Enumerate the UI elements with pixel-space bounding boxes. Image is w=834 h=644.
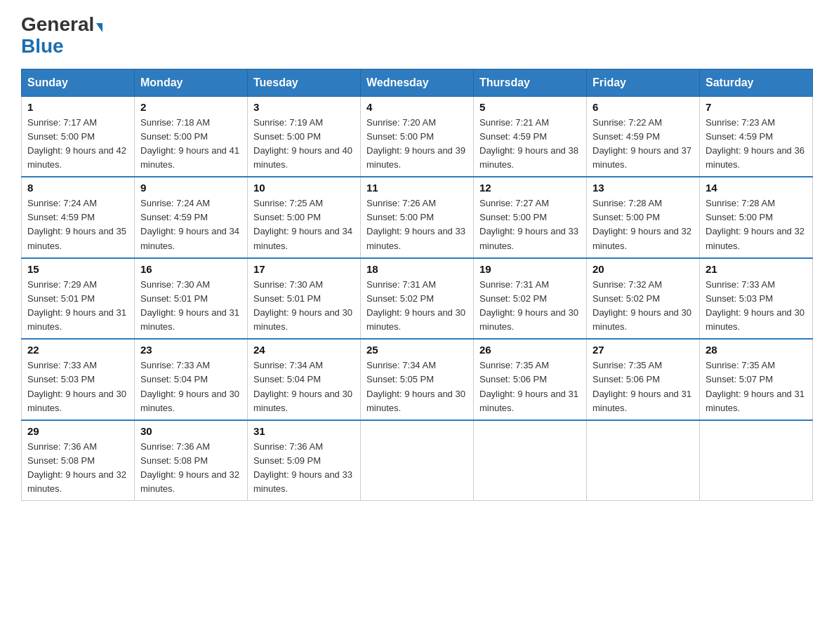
day-info: Sunrise: 7:30 AMSunset: 5:01 PMDaylight:… bbox=[253, 278, 355, 335]
day-cell-4: 4 Sunrise: 7:20 AMSunset: 5:00 PMDayligh… bbox=[361, 96, 474, 177]
logo-triangle-icon bbox=[96, 23, 102, 32]
day-number: 30 bbox=[140, 425, 241, 437]
day-number: 12 bbox=[479, 182, 581, 194]
day-number: 7 bbox=[706, 101, 807, 113]
day-info: Sunrise: 7:34 AMSunset: 5:04 PMDaylight:… bbox=[253, 358, 355, 415]
day-number: 1 bbox=[27, 101, 128, 113]
day-number: 16 bbox=[140, 263, 241, 275]
weekday-header-sunday: Sunday bbox=[22, 69, 135, 96]
day-info: Sunrise: 7:30 AMSunset: 5:01 PMDaylight:… bbox=[140, 278, 241, 335]
empty-cell bbox=[700, 420, 813, 501]
day-cell-2: 2 Sunrise: 7:18 AMSunset: 5:00 PMDayligh… bbox=[135, 96, 248, 177]
day-cell-16: 16 Sunrise: 7:30 AMSunset: 5:01 PMDaylig… bbox=[135, 258, 248, 340]
empty-cell bbox=[474, 420, 587, 501]
day-info: Sunrise: 7:31 AMSunset: 5:02 PMDaylight:… bbox=[479, 278, 581, 335]
day-info: Sunrise: 7:28 AMSunset: 5:00 PMDaylight:… bbox=[593, 196, 694, 253]
day-number: 19 bbox=[479, 263, 581, 275]
day-info: Sunrise: 7:33 AMSunset: 5:03 PMDaylight:… bbox=[27, 358, 128, 415]
day-info: Sunrise: 7:36 AMSunset: 5:08 PMDaylight:… bbox=[27, 440, 128, 497]
day-info: Sunrise: 7:28 AMSunset: 5:00 PMDaylight:… bbox=[706, 196, 807, 253]
day-cell-24: 24 Sunrise: 7:34 AMSunset: 5:04 PMDaylig… bbox=[248, 339, 361, 420]
day-info: Sunrise: 7:18 AMSunset: 5:00 PMDaylight:… bbox=[140, 116, 241, 173]
logo-blue-text: Blue bbox=[21, 36, 102, 58]
day-cell-1: 1 Sunrise: 7:17 AMSunset: 5:00 PMDayligh… bbox=[22, 96, 135, 177]
day-cell-6: 6 Sunrise: 7:22 AMSunset: 4:59 PMDayligh… bbox=[587, 96, 700, 177]
day-cell-8: 8 Sunrise: 7:24 AMSunset: 4:59 PMDayligh… bbox=[22, 177, 135, 258]
day-number: 2 bbox=[140, 101, 241, 113]
day-cell-3: 3 Sunrise: 7:19 AMSunset: 5:00 PMDayligh… bbox=[248, 96, 361, 177]
day-cell-19: 19 Sunrise: 7:31 AMSunset: 5:02 PMDaylig… bbox=[474, 258, 587, 340]
day-info: Sunrise: 7:34 AMSunset: 5:05 PMDaylight:… bbox=[366, 358, 468, 415]
calendar-week-5: 29 Sunrise: 7:36 AMSunset: 5:08 PMDaylig… bbox=[22, 420, 813, 501]
calendar-week-3: 15 Sunrise: 7:29 AMSunset: 5:01 PMDaylig… bbox=[22, 258, 813, 340]
day-number: 21 bbox=[706, 263, 807, 275]
day-cell-5: 5 Sunrise: 7:21 AMSunset: 4:59 PMDayligh… bbox=[474, 96, 587, 177]
day-info: Sunrise: 7:19 AMSunset: 5:00 PMDaylight:… bbox=[253, 116, 355, 173]
day-number: 20 bbox=[593, 263, 694, 275]
day-info: Sunrise: 7:22 AMSunset: 4:59 PMDaylight:… bbox=[593, 116, 694, 173]
day-cell-28: 28 Sunrise: 7:35 AMSunset: 5:07 PMDaylig… bbox=[700, 339, 813, 420]
day-cell-7: 7 Sunrise: 7:23 AMSunset: 4:59 PMDayligh… bbox=[700, 96, 813, 177]
weekday-header-tuesday: Tuesday bbox=[248, 69, 361, 96]
day-info: Sunrise: 7:36 AMSunset: 5:08 PMDaylight:… bbox=[140, 440, 241, 497]
day-cell-23: 23 Sunrise: 7:33 AMSunset: 5:04 PMDaylig… bbox=[135, 339, 248, 420]
day-number: 4 bbox=[366, 101, 468, 113]
weekday-header-monday: Monday bbox=[135, 69, 248, 96]
day-info: Sunrise: 7:27 AMSunset: 5:00 PMDaylight:… bbox=[479, 196, 581, 253]
logo: General Blue bbox=[21, 14, 102, 58]
page-header: General Blue bbox=[21, 14, 813, 58]
calendar-week-4: 22 Sunrise: 7:33 AMSunset: 5:03 PMDaylig… bbox=[22, 339, 813, 420]
day-cell-14: 14 Sunrise: 7:28 AMSunset: 5:00 PMDaylig… bbox=[700, 177, 813, 258]
day-info: Sunrise: 7:25 AMSunset: 5:00 PMDaylight:… bbox=[253, 196, 355, 253]
day-number: 6 bbox=[593, 101, 694, 113]
weekday-header-row: SundayMondayTuesdayWednesdayThursdayFrid… bbox=[22, 69, 813, 96]
day-info: Sunrise: 7:32 AMSunset: 5:02 PMDaylight:… bbox=[593, 278, 694, 335]
day-number: 31 bbox=[253, 425, 355, 437]
day-cell-11: 11 Sunrise: 7:26 AMSunset: 5:00 PMDaylig… bbox=[361, 177, 474, 258]
day-number: 24 bbox=[253, 344, 355, 356]
day-cell-15: 15 Sunrise: 7:29 AMSunset: 5:01 PMDaylig… bbox=[22, 258, 135, 340]
empty-cell bbox=[361, 420, 474, 501]
day-info: Sunrise: 7:35 AMSunset: 5:06 PMDaylight:… bbox=[479, 358, 581, 415]
day-cell-25: 25 Sunrise: 7:34 AMSunset: 5:05 PMDaylig… bbox=[361, 339, 474, 420]
day-info: Sunrise: 7:24 AMSunset: 4:59 PMDaylight:… bbox=[140, 196, 241, 253]
day-number: 14 bbox=[706, 182, 807, 194]
day-number: 17 bbox=[253, 263, 355, 275]
day-number: 5 bbox=[479, 101, 581, 113]
day-cell-13: 13 Sunrise: 7:28 AMSunset: 5:00 PMDaylig… bbox=[587, 177, 700, 258]
day-number: 15 bbox=[27, 263, 128, 275]
calendar-week-1: 1 Sunrise: 7:17 AMSunset: 5:00 PMDayligh… bbox=[22, 96, 813, 177]
day-number: 28 bbox=[706, 344, 807, 356]
weekday-header-friday: Friday bbox=[587, 69, 700, 96]
day-info: Sunrise: 7:33 AMSunset: 5:03 PMDaylight:… bbox=[706, 278, 807, 335]
weekday-header-wednesday: Wednesday bbox=[361, 69, 474, 96]
day-cell-22: 22 Sunrise: 7:33 AMSunset: 5:03 PMDaylig… bbox=[22, 339, 135, 420]
day-number: 8 bbox=[27, 182, 128, 194]
day-info: Sunrise: 7:20 AMSunset: 5:00 PMDaylight:… bbox=[366, 116, 468, 173]
day-info: Sunrise: 7:23 AMSunset: 4:59 PMDaylight:… bbox=[706, 116, 807, 173]
day-cell-21: 21 Sunrise: 7:33 AMSunset: 5:03 PMDaylig… bbox=[700, 258, 813, 340]
day-cell-27: 27 Sunrise: 7:35 AMSunset: 5:06 PMDaylig… bbox=[587, 339, 700, 420]
day-cell-20: 20 Sunrise: 7:32 AMSunset: 5:02 PMDaylig… bbox=[587, 258, 700, 340]
day-number: 3 bbox=[253, 101, 355, 113]
day-cell-30: 30 Sunrise: 7:36 AMSunset: 5:08 PMDaylig… bbox=[135, 420, 248, 501]
day-info: Sunrise: 7:33 AMSunset: 5:04 PMDaylight:… bbox=[140, 358, 241, 415]
day-number: 26 bbox=[479, 344, 581, 356]
day-cell-10: 10 Sunrise: 7:25 AMSunset: 5:00 PMDaylig… bbox=[248, 177, 361, 258]
empty-cell bbox=[587, 420, 700, 501]
day-info: Sunrise: 7:17 AMSunset: 5:00 PMDaylight:… bbox=[27, 116, 128, 173]
day-cell-9: 9 Sunrise: 7:24 AMSunset: 4:59 PMDayligh… bbox=[135, 177, 248, 258]
day-info: Sunrise: 7:26 AMSunset: 5:00 PMDaylight:… bbox=[366, 196, 468, 253]
day-info: Sunrise: 7:31 AMSunset: 5:02 PMDaylight:… bbox=[366, 278, 468, 335]
day-number: 29 bbox=[27, 425, 128, 437]
day-cell-26: 26 Sunrise: 7:35 AMSunset: 5:06 PMDaylig… bbox=[474, 339, 587, 420]
day-number: 11 bbox=[366, 182, 468, 194]
day-info: Sunrise: 7:35 AMSunset: 5:07 PMDaylight:… bbox=[706, 358, 807, 415]
day-number: 18 bbox=[366, 263, 468, 275]
day-number: 13 bbox=[593, 182, 694, 194]
day-cell-29: 29 Sunrise: 7:36 AMSunset: 5:08 PMDaylig… bbox=[22, 420, 135, 501]
day-number: 22 bbox=[27, 344, 128, 356]
day-cell-31: 31 Sunrise: 7:36 AMSunset: 5:09 PMDaylig… bbox=[248, 420, 361, 501]
day-cell-18: 18 Sunrise: 7:31 AMSunset: 5:02 PMDaylig… bbox=[361, 258, 474, 340]
calendar-table: SundayMondayTuesdayWednesdayThursdayFrid… bbox=[21, 69, 813, 502]
